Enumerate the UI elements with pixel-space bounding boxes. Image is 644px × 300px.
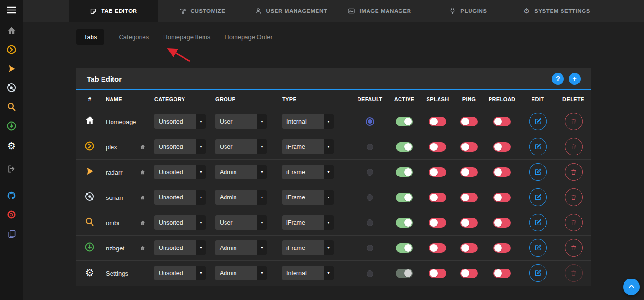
type-select[interactable]: iFrame ▼ [282,240,334,255]
preload-toggle[interactable] [493,117,511,126]
preload-toggle[interactable] [493,243,511,253]
category-select[interactable]: Unsorted ▼ [154,114,206,129]
default-radio[interactable] [367,169,373,176]
splash-toggle[interactable] [429,117,446,126]
category-select[interactable]: Unsorted ▼ [154,139,206,154]
ping-toggle[interactable] [460,243,478,253]
sidebar-item-pages[interactable] [0,225,23,244]
active-toggle[interactable] [396,167,413,177]
subnav-item-homepage-order[interactable]: Homepage Order [225,33,272,41]
ping-toggle[interactable] [460,269,478,278]
type-select[interactable]: iFrame ▼ [282,215,334,230]
type-select[interactable]: Internal ▼ [282,114,334,129]
sidebar-item-plex[interactable] [0,41,23,60]
tab-name: Settings [106,270,128,277]
default-radio[interactable] [367,194,373,201]
col-header-number: # [76,90,103,109]
app-window: ⚙ TAB EDITOR CUSTOMIZE USER MANAGEMENT I… [0,0,644,300]
active-toggle[interactable] [396,269,413,278]
delete-button[interactable] [565,138,583,155]
group-select[interactable]: User ▼ [215,215,267,230]
type-select[interactable]: iFrame ▼ [282,165,334,179]
splash-toggle[interactable] [429,167,446,177]
subnav-item-homepage-items[interactable]: Homepage Items [163,33,210,41]
splash-toggle[interactable] [429,142,446,152]
default-radio[interactable] [366,117,374,126]
splash-toggle[interactable] [429,243,446,253]
edit-button[interactable] [529,188,547,206]
delete-button[interactable] [565,188,583,206]
sidebar-item-lifebuoy[interactable] [0,206,23,225]
delete-button[interactable] [565,264,583,282]
delete-button[interactable] [565,163,583,181]
menu-button[interactable] [0,3,23,19]
active-toggle[interactable] [396,218,413,228]
sidebar-item-logout[interactable] [0,160,23,179]
active-toggle[interactable] [396,193,413,202]
tab-user-management[interactable]: USER MANAGEMENT [246,0,335,22]
active-toggle[interactable] [396,243,413,253]
default-radio[interactable] [367,245,373,251]
edit-button[interactable] [529,113,547,130]
preload-toggle[interactable] [493,167,511,177]
sidebar-item-home[interactable] [0,22,23,41]
help-button[interactable]: ? [552,73,564,85]
delete-button[interactable] [565,214,583,231]
edit-button[interactable] [529,264,547,282]
category-select[interactable]: Unsorted ▼ [154,240,206,255]
group-select[interactable]: Admin ▼ [215,165,267,179]
edit-button[interactable] [529,214,547,231]
edit-button[interactable] [529,239,547,257]
sidebar-item-github[interactable] [0,187,23,206]
edit-button[interactable] [529,138,547,155]
delete-button[interactable] [565,239,583,257]
type-select[interactable]: Internal ▼ [282,266,334,280]
type-select[interactable]: iFrame ▼ [282,139,334,154]
category-select[interactable]: Unsorted ▼ [154,215,206,230]
subnav-item-tabs[interactable]: Tabs [76,29,104,45]
tab-image-manager[interactable]: IMAGE MANAGER [335,0,424,22]
ping-toggle[interactable] [460,167,478,177]
ping-toggle[interactable] [460,193,478,202]
default-radio[interactable] [367,270,373,277]
category-select[interactable]: Unsorted ▼ [154,165,206,179]
subnav-item-categories[interactable]: Categories [119,33,149,41]
default-radio[interactable] [367,219,373,226]
preload-toggle[interactable] [493,218,511,228]
category-select[interactable]: Unsorted ▼ [154,266,206,280]
tab-name: nzbget [106,245,124,252]
group-select[interactable]: Admin ▼ [215,266,267,280]
sidebar-item-sonarr[interactable] [0,79,23,98]
ping-toggle[interactable] [460,218,478,228]
tab-plugins[interactable]: PLUGINS [424,0,512,22]
group-select[interactable]: Admin ▼ [215,240,267,255]
group-select[interactable]: Admin ▼ [215,190,267,205]
category-select[interactable]: Unsorted ▼ [154,190,206,205]
sidebar-item-settings-gear[interactable]: ⚙ [0,136,23,155]
default-radio[interactable] [367,144,373,150]
preload-toggle[interactable] [493,193,511,202]
splash-toggle[interactable] [429,193,446,202]
add-tab-button[interactable]: + [569,73,581,85]
preload-toggle[interactable] [493,142,511,152]
active-toggle[interactable] [396,117,413,126]
edit-button[interactable] [529,163,547,181]
tab-system-settings[interactable]: ⚙ SYSTEM SETTINGS [512,0,601,22]
tab-tab-editor[interactable]: TAB EDITOR [69,0,158,22]
group-select[interactable]: User ▼ [215,114,267,129]
group-select[interactable]: User ▼ [215,139,267,154]
type-select[interactable]: iFrame ▼ [282,190,334,205]
sidebar-item-ombi[interactable] [0,98,23,117]
tab-customize[interactable]: CUSTOMIZE [158,0,246,22]
ping-toggle[interactable] [460,142,478,152]
ping-toggle[interactable] [460,117,478,126]
chevron-down-icon: ▼ [257,139,267,154]
preload-toggle[interactable] [493,269,511,278]
active-toggle[interactable] [396,142,413,152]
splash-toggle[interactable] [429,218,446,228]
sidebar-item-radarr[interactable] [0,60,23,79]
delete-button[interactable] [565,113,583,130]
sidebar-item-nzbget[interactable] [0,117,23,136]
splash-toggle[interactable] [429,269,446,278]
scroll-to-top-button[interactable] [623,279,640,295]
